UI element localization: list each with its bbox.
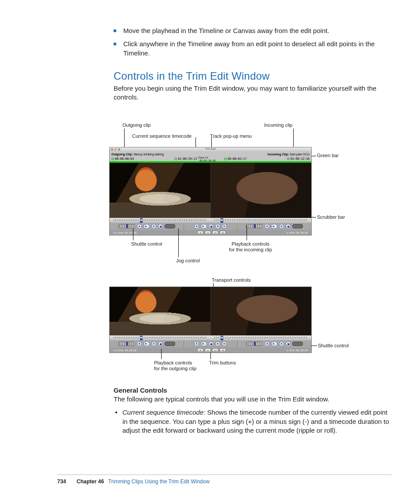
label-playback-outgoing: Playback controlsfor the outgoing clip	[154, 360, 211, 372]
incoming-viewer[interactable]	[211, 163, 312, 218]
play-button[interactable]	[279, 342, 284, 346]
label-jog: Jog control	[176, 258, 200, 264]
play-around-button[interactable]	[201, 224, 207, 229]
in-shift-readout: In Shift: 00:00:00	[286, 349, 308, 352]
label-outgoing-clip: Outgoing clip	[122, 122, 151, 128]
jog-control[interactable]	[165, 224, 175, 228]
prev-edit-button[interactable]	[265, 342, 269, 346]
play-inout-button[interactable]	[144, 342, 150, 346]
window-title: Trim Edit	[205, 147, 216, 150]
list-item: Move the playhead in the Timeline or Can…	[114, 26, 391, 35]
in-shift-readout: In Shift: 00:00:00	[286, 231, 308, 234]
play-button[interactable]	[215, 224, 220, 229]
leader-line	[311, 346, 317, 346]
definition-term: Current sequence timecode:	[122, 408, 205, 416]
outgoing-viewer[interactable]	[110, 287, 211, 335]
window-titlebar: Trim Edit	[110, 147, 311, 151]
leader-line	[178, 228, 179, 257]
close-icon[interactable]	[111, 148, 113, 151]
shuttle-control[interactable]	[246, 342, 263, 346]
stop-button[interactable]	[158, 342, 163, 346]
play-button[interactable]	[151, 224, 156, 229]
prev-edit-button[interactable]	[137, 342, 142, 346]
jog-control[interactable]	[292, 224, 303, 228]
track-popup-button[interactable]: Track V1	[198, 156, 208, 159]
stop-button[interactable]	[286, 342, 291, 346]
outgoing-playback-controls	[110, 340, 184, 347]
sub-heading: General Controls	[114, 386, 391, 394]
playhead-icon[interactable]	[140, 336, 143, 340]
trim-back-multi-button[interactable]: -5	[197, 348, 203, 352]
trim-forward-multi-button[interactable]: +5	[220, 348, 226, 352]
scrubber-bar[interactable]	[110, 335, 311, 340]
next-edit-button[interactable]	[222, 224, 227, 229]
minimize-icon[interactable]	[114, 148, 117, 151]
playhead-icon[interactable]	[140, 218, 143, 223]
prev-edit-button[interactable]	[194, 224, 199, 229]
prev-edit-button[interactable]	[194, 342, 199, 346]
label-track-popup: Track pop-up menu	[210, 133, 252, 139]
bullet-list: Move the playhead in the Timeline or Can…	[114, 26, 391, 58]
jog-control[interactable]	[292, 342, 303, 346]
prev-edit-button[interactable]	[137, 224, 142, 229]
leader-line	[293, 129, 294, 148]
zoom-icon[interactable]	[118, 148, 120, 151]
shuttle-control[interactable]	[118, 342, 135, 346]
play-around-button[interactable]	[201, 342, 207, 346]
stop-button[interactable]	[286, 224, 291, 229]
jog-control[interactable]	[165, 342, 175, 346]
in-point-timecode[interactable]: 09:00:04:17	[224, 157, 247, 161]
incoming-clip-label: Incoming Clip: Dan pain XCU	[268, 153, 309, 156]
sequence-timecode[interactable]: 01:01:16:16	[199, 159, 215, 162]
chapter-label: Chapter 46	[77, 478, 104, 485]
chapter-title: Trimming Clips Using the Trim Edit Windo…	[108, 478, 210, 485]
scrubber-bar[interactable]	[110, 218, 311, 223]
trim-forward-button[interactable]: +1	[212, 348, 218, 352]
playhead-icon[interactable]	[221, 336, 223, 340]
outgoing-playback-controls	[110, 223, 184, 230]
play-inout-button[interactable]	[144, 224, 150, 229]
trim-row: Out Shift: 00:04:48 -5 -1 +1 +5 In Shift…	[110, 230, 311, 235]
outgoing-clip-label: Outgoing Clip: Nancy drinking talking	[111, 153, 164, 156]
stop-button[interactable]	[158, 224, 163, 229]
play-button[interactable]	[279, 224, 284, 229]
transport-controls	[184, 340, 237, 347]
trim-back-multi-button[interactable]: -5	[197, 231, 203, 235]
incoming-viewer[interactable]	[211, 287, 312, 335]
bullet-icon	[115, 412, 117, 413]
trim-back-button[interactable]: -1	[205, 231, 211, 235]
playhead-icon[interactable]	[221, 218, 223, 223]
leader-line	[161, 349, 162, 359]
label-trim-buttons: Trim buttons	[209, 360, 236, 366]
leader-line	[124, 129, 125, 148]
outgoing-viewer[interactable]	[110, 163, 211, 218]
duration-readout: 00:00:00;04	[111, 157, 134, 161]
incoming-playback-controls	[237, 223, 311, 230]
trim-edit-window: Trim Edit Outgoing Clip: Nancy drinking …	[109, 147, 312, 235]
trim-forward-button[interactable]: +1	[212, 231, 218, 235]
label-green-bar: Green bar	[317, 153, 339, 158]
leader-line	[133, 228, 133, 240]
stop-button[interactable]	[209, 224, 214, 229]
out-point-timecode[interactable]: 01:06:39:13	[174, 157, 197, 161]
timecode-row: 00:00:00;04 01:06:39:13 Track V1 01:01:1…	[110, 157, 311, 161]
page-number: 734	[57, 478, 66, 485]
body-column: Move the playhead in the Timeline or Can…	[114, 26, 391, 109]
label-transport: Transport controls	[212, 277, 251, 283]
trim-forward-multi-button[interactable]: +5	[220, 231, 226, 235]
trim-edit-window: Out Shift: 00:00:00 -5 -1 +1 +5 In Shift…	[109, 287, 312, 353]
out-shift-readout: Out Shift: 00:00:00	[113, 349, 136, 352]
play-inout-button[interactable]	[271, 342, 277, 346]
trim-back-button[interactable]: -1	[205, 348, 211, 352]
stop-button[interactable]	[209, 342, 214, 346]
shuttle-control[interactable]	[118, 224, 135, 228]
prev-edit-button[interactable]	[265, 224, 269, 229]
play-inout-button[interactable]	[271, 224, 277, 229]
page-footer: 734 Chapter 46 Trimming Clips Using the …	[57, 475, 392, 485]
next-edit-button[interactable]	[222, 342, 227, 346]
label-incoming-clip: Incoming clip	[264, 122, 292, 128]
play-button[interactable]	[215, 342, 220, 346]
transport-controls	[184, 223, 237, 230]
play-button[interactable]	[151, 342, 156, 346]
shuttle-control[interactable]	[246, 224, 263, 228]
